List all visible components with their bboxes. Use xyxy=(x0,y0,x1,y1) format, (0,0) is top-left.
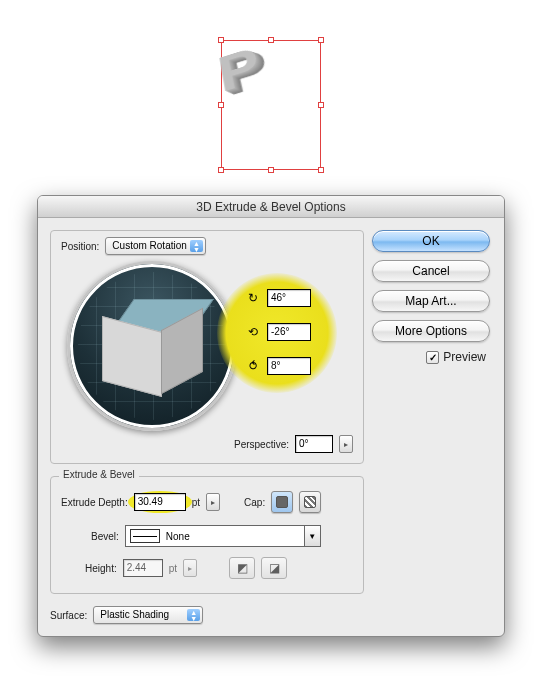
cap-on-button[interactable] xyxy=(271,491,293,513)
selection-handle[interactable] xyxy=(218,167,224,173)
rotate-y-icon: ⟲ xyxy=(245,324,261,340)
dialog-title: 3D Extrude & Bevel Options xyxy=(196,200,345,214)
3d-extrude-bevel-dialog: 3D Extrude & Bevel Options Position: Cus… xyxy=(37,195,505,637)
rotate-y-field[interactable]: -26° xyxy=(267,323,311,341)
cap-off-button[interactable] xyxy=(299,491,321,513)
bevel-extent-out-button[interactable]: ◪ xyxy=(261,557,287,579)
position-value: Custom Rotation xyxy=(112,240,186,251)
extrude-group-legend: Extrude & Bevel xyxy=(59,469,139,480)
rotate-z-icon: ⥀ xyxy=(245,358,261,374)
artwork-3d-letter[interactable]: P xyxy=(214,37,268,105)
cube-preview[interactable] xyxy=(112,306,192,386)
canvas-area: P xyxy=(0,15,542,195)
annotation-highlight: 30.49 xyxy=(128,491,192,513)
preview-checkbox[interactable]: ✓ xyxy=(426,351,439,364)
selection-handle[interactable] xyxy=(318,102,324,108)
ok-button[interactable]: OK xyxy=(372,230,490,252)
height-label: Height: xyxy=(85,563,117,574)
extrude-depth-unit: pt xyxy=(192,497,200,508)
selection-handle[interactable] xyxy=(218,37,224,43)
bevel-value: None xyxy=(166,531,190,542)
preview-label: Preview xyxy=(443,350,486,364)
position-select[interactable]: Custom Rotation ▲▼ xyxy=(105,237,205,255)
selection-handle[interactable] xyxy=(318,37,324,43)
perspective-field[interactable]: 0° xyxy=(295,435,333,453)
extrude-depth-field[interactable]: 30.49 xyxy=(134,493,186,511)
dialog-titlebar[interactable]: 3D Extrude & Bevel Options xyxy=(38,196,504,218)
bevel-dropdown-arrow[interactable]: ▼ xyxy=(305,525,321,547)
perspective-stepper[interactable]: ▸ xyxy=(339,435,353,453)
selection-handle[interactable] xyxy=(318,167,324,173)
height-stepper[interactable]: ▸ xyxy=(183,559,197,577)
height-field[interactable]: 2.44 xyxy=(123,559,163,577)
rotation-trackball[interactable] xyxy=(67,261,237,431)
height-unit: pt xyxy=(169,563,177,574)
selection-handle[interactable] xyxy=(218,102,224,108)
extrude-bevel-group: Extrude & Bevel Extrude Depth: 30.49 pt … xyxy=(50,476,364,594)
position-group: Position: Custom Rotation ▲▼ xyxy=(50,230,364,464)
surface-label: Surface: xyxy=(50,610,87,621)
rotate-z-field[interactable]: 8° xyxy=(267,357,311,375)
extrude-depth-stepper[interactable]: ▸ xyxy=(206,493,220,511)
bevel-label: Bevel: xyxy=(91,531,119,542)
rotate-x-icon: ↻ xyxy=(245,290,261,306)
rotate-x-field[interactable]: 46° xyxy=(267,289,311,307)
perspective-label: Perspective: xyxy=(234,439,289,450)
selection-handle[interactable] xyxy=(268,37,274,43)
more-options-button[interactable]: More Options xyxy=(372,320,490,342)
cap-label: Cap: xyxy=(244,497,265,508)
surface-value: Plastic Shading xyxy=(100,609,169,620)
bevel-select[interactable]: None xyxy=(125,525,305,547)
map-art-button[interactable]: Map Art... xyxy=(372,290,490,312)
bevel-extent-in-button[interactable]: ◩ xyxy=(229,557,255,579)
position-label: Position: xyxy=(61,241,99,252)
object-selection-bounds[interactable]: P xyxy=(221,40,321,170)
extrude-depth-label: Extrude Depth: xyxy=(61,497,128,508)
cancel-button[interactable]: Cancel xyxy=(372,260,490,282)
selection-handle[interactable] xyxy=(268,167,274,173)
surface-select[interactable]: Plastic Shading ▲▼ xyxy=(93,606,203,624)
